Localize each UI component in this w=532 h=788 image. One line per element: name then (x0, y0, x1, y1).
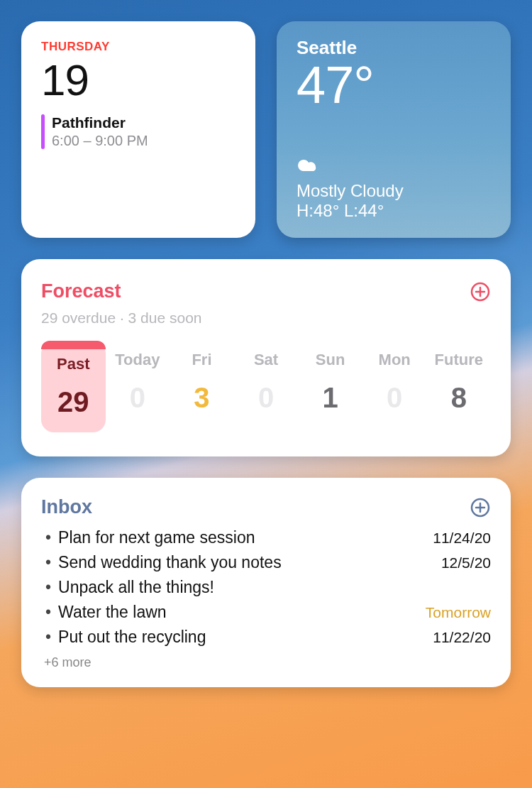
inbox-item-text: Unpack all the things! (58, 578, 491, 597)
inbox-item-text: Plan for next game session (58, 528, 433, 547)
inbox-list: •Plan for next game session11/24/20•Send… (41, 525, 491, 650)
forecast-day-past[interactable]: Past29 (41, 341, 106, 432)
forecast-day-label: Today (106, 351, 170, 369)
plus-circle-icon (470, 498, 490, 518)
inbox-title: Inbox (41, 496, 92, 518)
calendar-widget[interactable]: THURSDAY 19 Pathfinder 6:00 – 9:00 PM (21, 21, 255, 238)
forecast-day-count: 29 (41, 386, 106, 418)
inbox-more-label[interactable]: +6 more (41, 655, 491, 670)
bullet-icon: • (45, 628, 51, 647)
forecast-add-button[interactable] (470, 281, 491, 302)
forecast-day-sat[interactable]: Sat0 (234, 341, 299, 432)
forecast-day-count: 8 (426, 382, 491, 414)
forecast-day-label: Sun (298, 351, 362, 369)
calendar-day-number: 19 (41, 57, 235, 103)
bullet-icon: • (45, 553, 51, 572)
weather-high-low: H:48° L:44° (297, 201, 491, 221)
bullet-icon: • (45, 528, 51, 547)
bullet-icon: • (45, 603, 51, 622)
weather-widget[interactable]: Seattle 47° Mostly Cloudy H:48° L:44° (277, 21, 511, 238)
inbox-item-date: 12/5/20 (441, 554, 491, 571)
inbox-item[interactable]: •Send wedding thank you notes12/5/20 (41, 550, 491, 575)
forecast-day-label: Past (41, 355, 106, 373)
calendar-event-title: Pathfinder (52, 114, 148, 131)
forecast-subtitle: 29 overdue · 3 due soon (41, 310, 491, 327)
forecast-day-label: Sat (234, 351, 299, 369)
forecast-day-count: 1 (298, 382, 362, 414)
inbox-item-text: Water the lawn (58, 603, 426, 622)
forecast-day-label: Fri (170, 351, 234, 369)
forecast-title: Forecast (41, 280, 121, 302)
inbox-item[interactable]: •Water the lawnTomorrow (41, 600, 491, 625)
inbox-item-text: Put out the recycling (58, 628, 433, 647)
inbox-add-button[interactable] (470, 497, 491, 518)
forecast-day-count: 0 (362, 382, 427, 414)
forecast-day-count: 0 (234, 382, 299, 414)
forecast-day-fri[interactable]: Fri3 (170, 341, 234, 432)
bullet-icon: • (45, 578, 51, 597)
weather-condition: Mostly Cloudy (297, 181, 491, 201)
inbox-item[interactable]: •Put out the recycling11/22/20 (41, 625, 491, 650)
forecast-day-mon[interactable]: Mon0 (362, 341, 427, 432)
inbox-item-date: Tomorrow (426, 604, 491, 621)
inbox-item[interactable]: •Unpack all the things! (41, 575, 491, 600)
cloud-icon (297, 157, 491, 177)
forecast-day-future[interactable]: Future8 (426, 341, 491, 432)
forecast-day-label: Mon (362, 351, 427, 369)
forecast-day-count: 3 (170, 382, 234, 414)
inbox-item-date: 11/22/20 (433, 629, 491, 646)
weather-temperature: 47° (297, 59, 491, 111)
forecast-day-today[interactable]: Today0 (106, 341, 170, 432)
forecast-widget[interactable]: Forecast 29 overdue · 3 due soon Past29T… (21, 259, 511, 456)
inbox-item[interactable]: •Plan for next game session11/24/20 (41, 525, 491, 550)
forecast-day-count: 0 (106, 382, 170, 414)
forecast-day-sun[interactable]: Sun1 (298, 341, 362, 432)
forecast-day-label: Future (426, 351, 491, 369)
calendar-event-time: 6:00 – 9:00 PM (52, 133, 148, 149)
plus-circle-icon (470, 282, 490, 302)
inbox-widget[interactable]: Inbox •Plan for next game session11/24/2… (21, 478, 511, 687)
calendar-day-name: THURSDAY (41, 40, 235, 54)
calendar-event-color-bar (41, 114, 45, 149)
forecast-days-row: Past29Today0Fri3Sat0Sun1Mon0Future8 (41, 341, 491, 432)
calendar-event[interactable]: Pathfinder 6:00 – 9:00 PM (41, 114, 235, 149)
inbox-item-text: Send wedding thank you notes (58, 553, 441, 572)
inbox-item-date: 11/24/20 (433, 530, 491, 547)
